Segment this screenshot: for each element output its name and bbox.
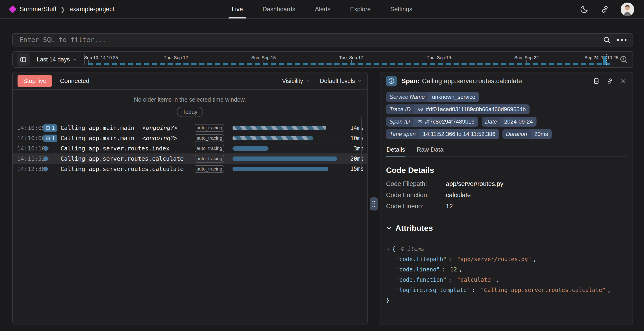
json-collapse-icon[interactable] [386,247,390,251]
duration-badge: Duration 20ms [502,129,552,139]
attributes-toggle[interactable]: Attributes [386,224,627,233]
activity-timeline[interactable]: Sep 10, 14:10:25 Thu, Sep 12 Sun, Sep 15… [87,52,615,67]
timeline-label: Sun, Sep 15 [251,55,276,60]
auto-tracing-tag[interactable]: auto_tracing [195,134,224,142]
zoom-in-button[interactable] [619,55,629,64]
time-range-select[interactable]: Last 14 days [37,56,78,63]
more-options-icon[interactable] [617,39,626,41]
timeline-tick [351,60,352,63]
time-range-label: Last 14 days [37,56,70,63]
trace-row[interactable]: 14:12:38 Calling app.server.routes.calcu… [13,164,367,174]
collapsed-spans-badge[interactable]: 1 [43,134,57,142]
json-key: "code.lineno" [396,264,440,275]
kv-value: calculate [446,192,627,199]
connection-status: Connected [60,77,90,84]
org-name[interactable]: SummerStuff [20,6,56,13]
timeline-label: Thu, Sep 12 [164,55,188,60]
default-levels-dropdown[interactable]: Default levels [320,78,362,84]
auto-tracing-tag[interactable]: auto_tracing [195,124,224,132]
timeline-activity-spike [603,56,606,65]
today-button[interactable]: Today [177,107,203,117]
row-ongoing-suffix: <ongoing?> [142,124,178,131]
kv-label: Code Lineno: [386,203,446,210]
timeline-activity-sparkline [88,63,610,65]
time-range-bar: Last 14 days Sep 10, 14:10:25 Thu, Sep 1… [12,51,633,68]
share-link-icon[interactable] [600,5,610,14]
row-duration: 15ms [342,166,364,172]
duration-bar-track [232,146,342,151]
row-duration: 3ms [342,145,364,152]
timeline-tick [176,60,176,63]
badge-label: Date [482,117,500,126]
service-name-badge: Service Name unknown_service [386,92,479,102]
trace-row[interactable]: 14:10:16 Calling app.server.routes.index… [13,143,367,154]
top-nav: SummerStuff ❯ example-project Live Dashb… [0,0,644,19]
trace-row-selected[interactable]: 14:11:52 Calling app.server.routes.calcu… [13,154,367,164]
tab-live[interactable]: Live [232,0,243,18]
row-message: Calling app.main.main [60,135,134,142]
stop-live-button[interactable]: Stop live [18,75,52,87]
json-entry: "code.lineno": 12, [396,264,627,275]
row-timestamp: 14:10:06 [17,135,43,142]
breadcrumb: SummerStuff ❯ example-project [10,6,232,13]
resizer-grip-handle[interactable] [370,198,378,210]
live-panel-header: Stop live Connected Visibility Default l… [13,72,367,90]
sql-filter-input[interactable] [13,34,603,46]
row-message: Calling app.main.main [60,124,134,131]
project-name[interactable]: example-project [70,6,114,13]
tab-details[interactable]: Details [386,144,406,156]
span-id-badge[interactable]: Span ID #f7c8e294f7489b19 [386,117,478,126]
badge-value: 14:11:52.366 to 14:11:52.386 [419,129,499,139]
timeline-label: Thu, Sep 19 [427,55,451,60]
row-duration: 14ms [342,125,364,131]
tab-settings[interactable]: Settings [390,0,412,18]
attributes-json-viewer: { 4 items "code.filepath": "app/server/r… [386,244,627,306]
row-timestamp: 14:10:16 [17,145,43,152]
logo-icon [9,5,16,13]
scrollbar-thumb[interactable] [361,116,362,167]
auto-tracing-tag[interactable]: auto_tracing [195,165,224,173]
user-avatar[interactable] [621,2,634,16]
code-details-kv: Code Filepath: app/server/routes.py Code… [386,180,627,210]
live-panel: Stop live Connected Visibility Default l… [12,72,368,324]
tab-explore[interactable]: Explore [350,0,370,18]
duration-bar [232,167,328,171]
copy-link-icon[interactable] [606,78,614,84]
dark-mode-moon-icon[interactable] [580,5,589,14]
toggle-sidebar-button[interactable] [16,54,30,66]
tab-raw-data[interactable]: Raw Data [416,144,444,156]
close-icon[interactable] [620,78,627,84]
json-key: "code.function" [396,275,446,285]
main-nav-tabs: Live Dashboards Alerts Explore Settings [232,0,412,18]
detail-actions [593,78,627,84]
trace-id-badge[interactable]: Trace ID #df01acad0311189c8b66a466d96965… [386,104,530,114]
collapsed-spans-badge[interactable]: 1 [43,124,57,132]
span-diamond-icon [43,156,48,162]
chevron-down-icon [73,57,78,62]
link-icon [417,119,423,124]
code-details-section: Code Details Code Filepath: app/server/r… [386,166,627,210]
json-close-brace: } [386,295,389,306]
duration-bar-track [232,136,342,140]
visibility-label: Visibility [282,78,303,84]
time-span-badge: Time span 14:11:52.366 to 14:11:52.386 [386,129,499,139]
auto-tracing-tag[interactable]: auto_tracing [195,155,224,162]
dock-panel-icon[interactable] [593,78,600,84]
span-detail-header: Span:Calling app.server.routes.calculate [386,72,627,90]
span-diamond-icon [43,146,48,151]
tab-dashboards[interactable]: Dashboards [262,0,295,18]
span-detail-panel: Span:Calling app.server.routes.calculate [380,72,633,324]
duration-bar [232,156,337,161]
chevron-down-icon [306,78,310,84]
tab-alerts[interactable]: Alerts [315,0,330,18]
visibility-dropdown[interactable]: Visibility [282,78,310,84]
duration-bar [232,126,326,130]
trace-row[interactable]: 14:10:05 1 Calling app.main.main<ongoing… [13,123,367,133]
sql-filter-box [12,33,633,46]
badge-value: 2024-09-24 [500,117,537,126]
row-message: Calling app.server.routes.calculate [60,155,184,162]
auto-tracing-tag[interactable]: auto_tracing [195,144,224,152]
badge-label: Time span [386,129,419,139]
search-icon[interactable] [603,36,611,44]
trace-row[interactable]: 14:10:06 1 Calling app.main.main<ongoing… [13,133,367,143]
